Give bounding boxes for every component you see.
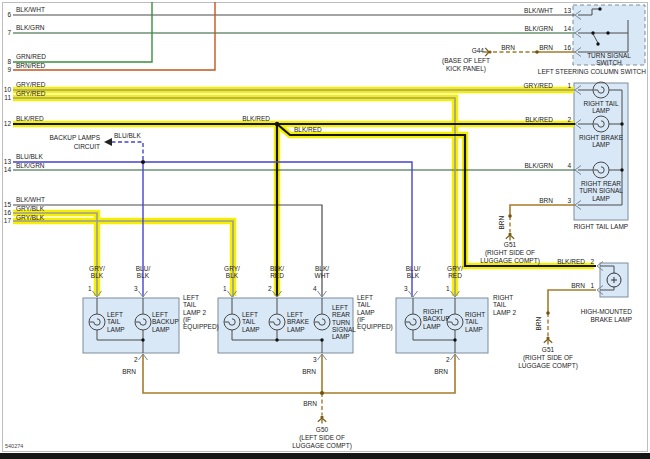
wire-9-label: BRN/RED [16,62,45,69]
rtl2-bulb2-label: RIGHT TAIL LAMP [465,311,493,333]
g44-name: G44 [462,47,484,54]
tss-pin13-number: 13 [553,7,571,14]
ltl-bulb3-label: LEFT REAR TURN SIGNAL LAMP [332,304,360,340]
ltl2-bulb2-label: LEFT BACKUP LAMP [152,311,182,333]
wire-11-label: GRY/RED [16,90,46,97]
rtl2-bottom-wire-label: BRN [428,368,448,375]
rtl-pin1-label: GRY/RED [493,82,553,89]
ltl-pin2-number: 2 [268,285,272,292]
g51-lower-name: G51 [528,346,568,353]
wire-17-label: GRY/BLK [16,214,44,221]
wire-8-number: 8 [0,58,11,65]
rtl-pin2-number: 2 [553,116,571,123]
diagram-number: 540274 [5,443,23,449]
ltl-bottom-wire-label: BRN [296,368,316,375]
blk-red-junction-label: BLK/RED [230,115,270,122]
ltl2-bottom-wire-label: BRN [116,368,136,375]
blk-red-branch-label: BLK/RED [294,126,322,133]
wire-12-number: 12 [0,120,11,127]
rtl-pin4-label: BLK/GRN [493,162,553,169]
backup-lamps-note-line2: CIRCUIT [40,143,100,150]
tss-pin13-label: BLK/WHT [493,7,553,14]
ltl2-bulb1-label: LEFT TAIL LAMP [107,311,133,333]
g51-upper-ground-icon [506,232,514,240]
wire-9-number: 9 [0,66,11,73]
tss-title-line2: SWITCH [578,59,640,66]
wire-13-label: BLU/BLK [16,153,43,160]
wire-17-number: 17 [0,217,11,224]
tss-subtitle: LEFT STEERING COLUMN SWITCH [500,68,646,75]
wire-14-number: 14 [0,166,11,173]
backup-circuit-arrow-icon [104,138,112,146]
ltl2-pin1-label: GRY/ BLK [84,265,110,280]
g44-wire-label: BRN [498,44,518,51]
g51-lower-location-line1: (RIGHT SIDE OF [513,354,583,361]
g50-name: G50 [302,426,342,433]
rtl-pin3-number: 3 [553,197,571,204]
g44-location-line1: (BASE OF LEFT [431,57,501,64]
rtl-bulb1-label: RIGHT TAIL LAMP [578,100,624,115]
rtl-name: RIGHT TAIL LAMP [563,223,639,230]
rtl-pin2-label: BLK/RED [493,116,553,123]
g50-location-line1: (LEFT SIDE OF [287,434,357,441]
wire-7-label: BLK/GRN [16,24,45,31]
ltl-pin1-number: 1 [223,285,227,292]
wire-10-number: 10 [0,86,11,93]
tss-pin14-label: BLK/GRN [493,25,553,32]
rtl-bulb3-label: RIGHT REAR TURN SIGNAL LAMP [578,180,624,202]
g51-upper-location-line1: (RIGHT SIDE OF [475,249,545,256]
g51-lower-wire-label: BRN [535,314,542,334]
hmbl-pin1-label: BRN [535,282,585,289]
g51-upper-wire-label: BRN [498,213,505,233]
wire-11-number: 11 [0,94,11,101]
ltl2-bottom-pin-number: 2 [134,356,138,363]
g50-wire-label: BRN [297,400,317,407]
g51-lower-ground-icon [544,336,552,344]
hmbl-name-line1: HIGH-MOUNTED [547,308,632,315]
ltl2-pin3-number: 3 [134,285,138,292]
ltl-bulb2-label: LEFT BRAKE LAMP [287,311,315,333]
rtl2-name: RIGHT TAIL LAMP 2 [493,294,519,316]
rtl-pin3-label: BRN [493,197,553,204]
ltl-bulb1-label: LEFT TAIL LAMP [242,311,268,333]
tss-pin16-label: BRN [533,44,553,51]
ltl2-pin1-number: 1 [88,285,92,292]
ltl2-pin3-label: BLU/ BLK [130,265,156,280]
g51-upper-name: G51 [490,241,530,248]
wire-13-number: 13 [0,158,11,165]
wiring-diagram: BLK/WHT 6 BLK/GRN 7 GRN/RED 8 BRN/RED 9 … [0,0,650,459]
wire-6-label: BLK/WHT [16,6,45,13]
rtl-pin1-number: 1 [553,82,571,89]
wire-15-label: BLK/WHT [16,196,45,203]
ltl-name: LEFT TAIL LAMP (IF EQUIPPED) [357,294,381,330]
rtl2-pin1-number: 1 [446,285,450,292]
rtl2-bulb1-label: RIGHT BACKUP LAMP [423,308,453,330]
wire-16-label: GRY/BLK [16,205,44,212]
ltl-pin4-number: 4 [313,285,317,292]
rtl2-pin3-label: BLU/ BLK [400,265,426,280]
wire-12-label: BLK/RED [16,115,44,122]
backup-circuit-wire-label: BLU/BLK [114,132,141,139]
rtl2-pin3-number: 3 [404,285,408,292]
hmbl-pin1-number: 1 [585,282,594,289]
wire-14-label: BLK/GRN [16,162,45,169]
tss-pin16-number: 16 [553,44,571,51]
wire-10-label: GRY/RED [16,81,46,88]
wire-7-number: 7 [0,29,11,36]
g44-ground-icon [484,48,492,56]
rtl2-pin1-label: GRY/ RED [442,265,468,280]
g51-lower-location-line2: LUGGAGE COMPT) [513,362,583,369]
ltl-pin1-label: GRY/ BLK [219,265,245,280]
ltl-bottom-pin-number: 3 [313,356,317,363]
backup-lamps-note-line1: BACKUP LAMPS [40,134,100,141]
g44-location-line2: KICK PANEL) [431,65,501,72]
g50-ground-icon [318,415,326,423]
rtl-pin4-number: 4 [553,162,571,169]
tss-pin14-number: 14 [553,25,571,32]
hmbl-name-line2: BRAKE LAMP [547,316,632,323]
hmbl-pin2-number: 2 [585,258,594,265]
wire-16-number: 16 [0,209,11,216]
ltl-pin2-label: BLK/ RED [264,265,290,280]
rtl-bulb2-label: RIGHT BRAKE LAMP [578,134,624,149]
ltl-pin4-label: BLK/ WHT [309,265,335,280]
